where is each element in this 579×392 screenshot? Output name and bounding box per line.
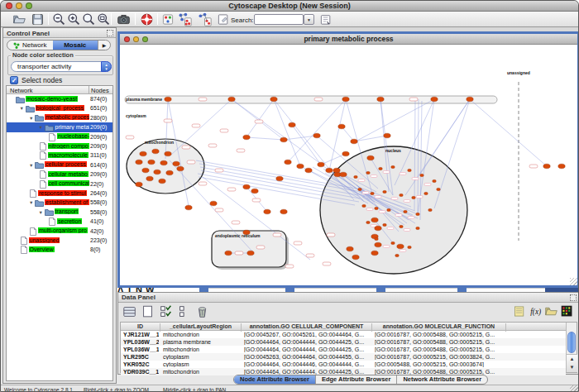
tree-item-nitrogen-compo[interactable]: nitrogen compo209(0) [7,141,112,151]
network-window-titlebar[interactable]: primary metabolic process [120,34,577,45]
graph-node-small[interactable] [416,213,420,215]
tree-item-cellular-process[interactable]: ▼cellular process614(0) [7,160,112,170]
table-row[interactable]: YKR052Ccytoplasm[GO:0044464, GO:0044446,… [121,361,566,368]
search-input[interactable] [254,14,304,25]
matrix-icon[interactable] [560,304,574,322]
tree-item-secretion[interactable]: secretion41(0) [7,217,112,226]
graph-node-small[interactable] [383,190,387,193]
node-color-combo[interactable]: transporter activity ▲▼ [11,61,112,72]
graph-node[interactable] [136,182,142,187]
graph-node-small[interactable] [362,204,366,207]
graph-node[interactable] [351,139,357,144]
graph-node[interactable] [140,151,146,156]
tab-mosaic[interactable]: Mosaic [53,41,98,50]
graph-node[interactable] [185,205,192,210]
scrollbar-thumb[interactable] [567,332,576,353]
graph-node-small[interactable] [412,196,416,198]
tree-item-mosaic-demo-yeast[interactable]: mosaic-demo-yeast874(0) [7,94,112,103]
graph-node[interactable] [289,122,295,127]
graph-node-small[interactable] [371,192,375,194]
delete-attribute-icon[interactable] [195,304,210,323]
graph-node[interactable] [173,161,179,166]
search-dropdown-arrow[interactable]: ▼ [304,14,314,25]
graph-node[interactable] [225,251,232,256]
graph-node[interactable] [297,164,304,169]
window-titlebar[interactable]: Cytoscape Desktop (New Session) [1,1,578,12]
network-resize-grip[interactable] [570,278,577,285]
expand-arrow-icon[interactable]: ▼ [29,200,33,205]
graph-node-small[interactable] [408,246,412,248]
unselect-attributes-icon[interactable] [177,304,192,323]
graph-node-small[interactable] [391,165,395,168]
new-attribute-icon[interactable] [141,304,156,323]
graph-node-small[interactable] [375,237,379,240]
graph-node-small[interactable] [424,192,428,194]
graph-node[interactable] [264,209,270,214]
graph-node[interactable] [558,164,565,169]
graph-node-small[interactable] [366,171,371,174]
graph-node[interactable] [318,162,324,167]
function-builder-icon[interactable]: f(x) [529,304,543,322]
graph-node[interactable] [165,97,171,102]
graph-node[interactable] [251,189,258,194]
graph-node[interactable] [384,133,390,138]
tree-item-overview[interactable]: Overview8(0) [7,245,112,254]
tree-item-transport[interactable]: ▼transport558(0) [7,208,112,217]
tree-item-response-to-stimul[interactable]: response to stimul264(0) [7,189,112,198]
graph-node[interactable] [367,155,374,160]
graph-node-small[interactable] [437,188,441,190]
graph-node-small[interactable] [366,221,371,223]
graph-node-small[interactable] [404,210,408,213]
graph-node-small[interactable] [400,225,404,227]
graph-node[interactable] [159,179,165,184]
tree-item-establishment-of-lo[interactable]: ▼establishment of lo558(0) [7,198,112,207]
tree-item-nucleobase-[interactable]: nucleobase-209(0) [7,132,112,141]
graph-node[interactable] [165,151,171,156]
graph-node-small[interactable] [420,174,424,176]
graph-node[interactable] [371,251,378,256]
graph-node[interactable] [152,149,159,154]
tree-item-biological-process[interactable]: ▼biological_process651(0) [7,103,112,112]
graph-node[interactable] [305,168,312,173]
graph-node[interactable] [166,170,173,175]
tree-item-cell-communicat[interactable]: cell communicat22(0) [7,179,112,189]
tab-network[interactable]: Network [7,41,53,50]
graph-node[interactable] [247,251,254,256]
graph-node-small[interactable] [433,179,437,182]
graph-node[interactable] [347,246,353,251]
graph-node-small[interactable] [375,207,379,209]
data-panel-float-icon[interactable] [570,294,577,301]
graph-node[interactable] [371,218,378,222]
graph-node[interactable] [243,184,250,189]
graph-node-small[interactable] [354,175,358,178]
graph-node-small[interactable] [387,208,391,211]
graph-node[interactable] [342,151,349,156]
tab-node-attribute-browser[interactable]: Node Attribute Browser [234,375,316,384]
graph-node-small[interactable] [358,188,362,190]
tab-network-attribute-browser[interactable]: Network Attribute Browser [397,375,487,384]
graph-node[interactable] [326,168,333,173]
plasma-membrane-region[interactable] [125,96,497,103]
attribute-select-icon[interactable] [122,304,137,323]
expand-arrow-icon[interactable]: ▼ [39,125,43,130]
window-resize-grip[interactable] [570,385,578,392]
tree-item-macromolecule[interactable]: macromolecule311(0) [7,151,112,160]
graph-node[interactable] [377,97,384,102]
table-row[interactable]: YPL036W__1mitochondrion[GO:0044464, GO:0… [121,346,566,353]
graph-node-small[interactable] [379,167,383,170]
table-row[interactable]: YPL036W__2plasma membrane[GO:0044464, GO… [121,338,566,346]
network-canvas[interactable]: plasma membranecytoplasmmitochondrionnuc… [120,45,577,285]
graph-node[interactable] [375,242,381,247]
graph-node[interactable] [270,97,277,102]
graph-node-small[interactable] [416,227,420,229]
graph-node[interactable] [146,176,153,181]
expand-arrow-icon[interactable]: ▼ [39,210,43,215]
graph-node-small[interactable] [408,169,412,171]
table-row[interactable]: YJR121W__1mitochondrion[GO:0045267, GO:0… [121,331,566,338]
graph-node[interactable] [280,209,287,214]
tree-item-multi-organism-pro[interactable]: multi-organism pro42(0) [7,227,112,236]
graph-node[interactable] [338,124,345,129]
tab-overflow-arrow[interactable]: ▶ [98,41,110,50]
graph-node[interactable] [375,226,381,231]
graph-node-small[interactable] [383,223,387,226]
